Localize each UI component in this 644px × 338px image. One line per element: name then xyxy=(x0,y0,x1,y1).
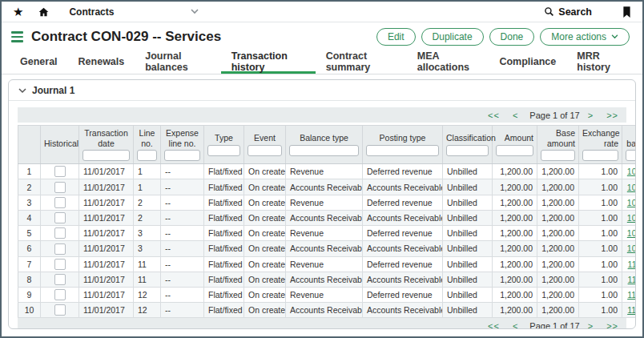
cell-transaction-date: 11/01/2017 xyxy=(79,303,134,318)
cell-amount: 1,200.00 xyxy=(493,226,537,241)
filter-input-event[interactable] xyxy=(248,145,282,156)
gl-batch-link[interactable]: 1117 xyxy=(628,260,636,269)
journal-section-title: Journal 1 xyxy=(32,85,74,96)
tab-journal-balances[interactable]: Journal balances xyxy=(135,51,220,74)
pagination-next-button[interactable]: > xyxy=(588,321,594,329)
column-header-base-amount[interactable]: Base amount xyxy=(537,126,579,164)
column-header-amount[interactable]: Amount xyxy=(493,126,537,164)
gl-batch-link[interactable]: 1055 xyxy=(627,198,636,207)
cell-balance-type: Revenue xyxy=(286,226,363,241)
filter-input-posting-type[interactable] xyxy=(366,145,439,156)
chevron-down-icon xyxy=(611,34,618,39)
filter-input-gl-batch[interactable] xyxy=(626,150,636,161)
column-header-line-no[interactable]: Line no. xyxy=(134,126,161,164)
duplicate-button[interactable]: Duplicate xyxy=(421,28,484,46)
filter-input-expense-line-no[interactable] xyxy=(164,150,200,161)
filter-input-amount[interactable] xyxy=(496,145,533,156)
filter-input-transaction-date[interactable] xyxy=(83,150,130,161)
cell-transaction-date: 11/01/2017 xyxy=(79,164,134,179)
historical-checkbox[interactable] xyxy=(54,227,66,239)
historical-checkbox[interactable] xyxy=(54,304,66,316)
cell-row-number: 3 xyxy=(18,195,41,210)
record-list-icon[interactable] xyxy=(11,31,23,42)
gl-batch-link[interactable]: 1056 xyxy=(627,243,636,253)
cell-balance-type: Accounts Receivable xyxy=(286,241,363,256)
home-icon[interactable] xyxy=(38,6,50,18)
filter-input-line-no[interactable] xyxy=(137,150,157,161)
cell-posting-type: Accounts Receivable xyxy=(363,272,443,287)
cell-classification: Unbilled xyxy=(443,303,493,318)
cell-expense-line-no: -- xyxy=(161,303,204,318)
historical-checkbox[interactable] xyxy=(54,243,66,255)
cell-transaction-date: 11/01/2017 xyxy=(79,256,134,272)
cell-posting-type: Accounts Receivable xyxy=(363,179,443,195)
filter-input-type[interactable] xyxy=(207,145,240,156)
pagination-last-button[interactable]: >> xyxy=(606,111,618,120)
column-header-classification[interactable]: Classification xyxy=(443,126,493,164)
cell-historical xyxy=(41,226,79,241)
pagination-first-button[interactable]: << xyxy=(488,321,500,329)
cell-amount: 1,200.00 xyxy=(493,164,537,179)
cell-line-no: 2 xyxy=(134,210,161,225)
cell-balance-type: Revenue xyxy=(286,195,363,210)
cell-amount: 1,200.00 xyxy=(493,287,537,302)
historical-checkbox[interactable] xyxy=(54,274,66,285)
global-search[interactable]: Search xyxy=(544,6,592,18)
tab-mea-allocations[interactable]: MEA allocations xyxy=(407,51,489,74)
pagination-prev-button[interactable]: < xyxy=(513,111,518,120)
gl-batch-link[interactable]: 1056 xyxy=(627,228,636,238)
filter-input-balance-type[interactable] xyxy=(289,145,359,156)
gl-batch-link[interactable]: 1141 xyxy=(627,290,636,300)
column-header-gl-batch[interactable]: GL batch xyxy=(622,126,637,164)
tab-compliance[interactable]: Compliance xyxy=(489,51,566,74)
column-header-event[interactable]: Event xyxy=(244,126,286,164)
done-button[interactable]: Done xyxy=(489,28,535,46)
pagination-last-button[interactable]: >> xyxy=(606,321,618,329)
filter-input-classification[interactable] xyxy=(446,145,489,156)
column-header-exchange-rate[interactable]: Exchange rate xyxy=(579,126,622,164)
gl-batch-link[interactable]: 1054 xyxy=(627,167,636,176)
nav-current-module[interactable]: Contracts xyxy=(69,6,114,18)
historical-checkbox[interactable] xyxy=(54,212,66,223)
historical-checkbox[interactable] xyxy=(54,259,66,270)
pagination-next-button[interactable]: > xyxy=(588,111,594,120)
cell-posting-type: Accounts Receivable xyxy=(363,210,443,225)
historical-checkbox[interactable] xyxy=(54,182,66,193)
column-header-expense-line-no[interactable]: Expense line no. xyxy=(161,126,204,164)
filter-input-exchange-rate[interactable] xyxy=(582,150,618,161)
cell-amount: 1,200.00 xyxy=(493,179,537,195)
gl-batch-link[interactable]: 1141 xyxy=(627,305,636,315)
pagination-first-button[interactable]: << xyxy=(488,111,500,120)
column-header-historical[interactable]: Historical xyxy=(41,126,79,164)
journal-section-header[interactable]: Journal 1 xyxy=(9,80,635,101)
nav-dropdown-chevron-icon[interactable] xyxy=(191,9,199,14)
pagination-label: Page 1 of 17 xyxy=(529,321,579,329)
edit-button[interactable]: Edit xyxy=(376,28,416,46)
column-header-balance-type[interactable]: Balance type xyxy=(286,126,363,164)
column-header-label: Type xyxy=(207,133,240,143)
column-header-posting-type[interactable]: Posting type xyxy=(363,126,443,164)
historical-checkbox[interactable] xyxy=(54,166,66,177)
cell-gl-batch: 1055 xyxy=(622,210,637,225)
historical-checkbox[interactable] xyxy=(54,289,66,300)
cell-transaction-date: 11/01/2017 xyxy=(79,272,134,287)
cell-balance-type: Accounts Receivable xyxy=(286,179,363,195)
more-actions-button[interactable]: More actions xyxy=(540,28,630,46)
tab-transaction-history[interactable]: Transaction history xyxy=(221,51,316,74)
gl-batch-link[interactable]: 1055 xyxy=(627,213,636,223)
favorites-star-icon[interactable]: ★ xyxy=(13,6,23,18)
cell-type: Flat/fixed xyxy=(204,164,244,179)
gl-batch-link[interactable]: 1117 xyxy=(628,275,636,284)
column-header-transaction-date[interactable]: Transaction date xyxy=(79,126,134,164)
tab-general[interactable]: General xyxy=(10,51,68,74)
pagination-prev-button[interactable]: < xyxy=(513,321,518,329)
gl-batch-link[interactable]: 1054 xyxy=(627,183,636,192)
historical-checkbox[interactable] xyxy=(54,197,66,208)
cell-base-amount: 1,200.00 xyxy=(537,164,579,179)
tab-mrr-history[interactable]: MRR history xyxy=(566,51,634,74)
column-header-type[interactable]: Type xyxy=(204,126,244,164)
filter-input-base-amount[interactable] xyxy=(541,150,575,161)
bookmark-icon[interactable] xyxy=(622,6,631,18)
tab-contract-summary[interactable]: Contract summary xyxy=(316,51,407,74)
tab-renewals[interactable]: Renewals xyxy=(68,51,135,74)
